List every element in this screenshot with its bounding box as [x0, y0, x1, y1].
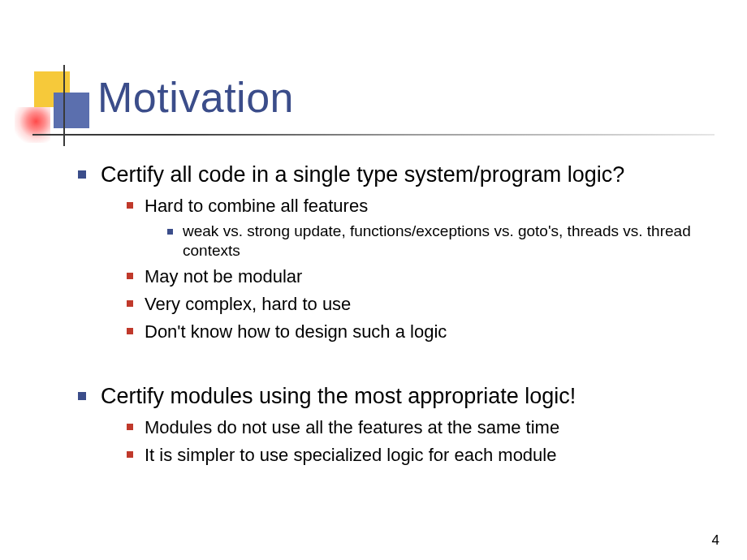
bullet-text: Don't know how to design such a logic	[145, 320, 447, 344]
bullet-text: It is simpler to use specialized logic f…	[145, 443, 556, 467]
square-bullet-icon	[127, 300, 133, 307]
bullet-text: Hard to combine all features	[145, 194, 368, 218]
bullet-level1: Certify modules using the most appropria…	[78, 382, 715, 411]
slide-body: Certify all code in a single type system…	[78, 161, 715, 471]
logo-red-square	[15, 107, 50, 143]
bullet-level2: It is simpler to use specialized logic f…	[127, 443, 715, 467]
bullet-level2: May not be modular	[127, 265, 715, 289]
square-bullet-icon	[167, 229, 173, 235]
square-bullet-icon	[127, 328, 133, 334]
bullet-level2: Don't know how to design such a logic	[127, 320, 715, 344]
bullet-text: Very complex, hard to use	[145, 292, 351, 317]
bullet-level2: Modules do not use all the features at t…	[127, 416, 715, 440]
spacer	[78, 347, 715, 382]
square-bullet-icon	[127, 424, 133, 430]
square-bullet-icon	[127, 202, 133, 209]
bullet-text: Certify all code in a single type system…	[101, 161, 624, 189]
bullet-text: Modules do not use all the features at t…	[145, 416, 559, 440]
square-bullet-icon	[78, 392, 86, 400]
bullet-level1: Certify all code in a single type system…	[78, 161, 715, 189]
bullet-text: May not be modular	[145, 265, 302, 289]
square-bullet-icon	[127, 451, 133, 458]
bullet-level3: weak vs. strong update, functions/except…	[167, 222, 715, 261]
bullet-level2: Hard to combine all features	[127, 194, 715, 218]
square-bullet-icon	[78, 170, 86, 179]
slide: Motivation Certify all code in a single …	[0, 0, 747, 560]
bullet-level2: Very complex, hard to use	[127, 292, 715, 317]
slide-title: Motivation	[97, 73, 294, 122]
bullet-text: Certify modules using the most appropria…	[101, 382, 576, 411]
square-bullet-icon	[127, 273, 133, 279]
logo-blue-square	[54, 93, 89, 128]
bullet-text: weak vs. strong update, functions/except…	[183, 222, 715, 261]
horizontal-rule	[32, 134, 715, 136]
page-number: 4	[712, 532, 719, 549]
